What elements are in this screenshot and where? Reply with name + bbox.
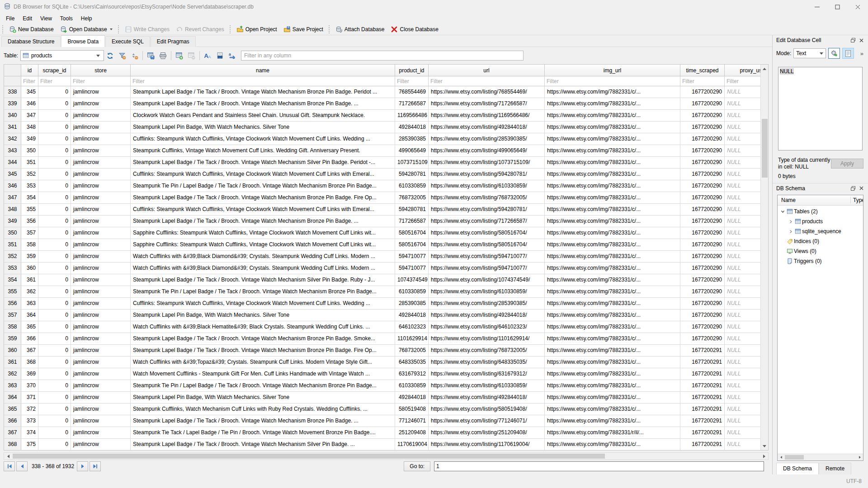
- cell-proxy_used[interactable]: NULL: [725, 263, 761, 274]
- cell-scrape_id[interactable]: 0: [38, 357, 71, 368]
- row-number[interactable]: 356: [4, 298, 21, 309]
- row-number[interactable]: 360: [4, 345, 21, 356]
- cell-img_url[interactable]: https://www.etsy.com/img/7882331/c/...: [545, 415, 680, 427]
- cell-proxy_used[interactable]: NULL: [725, 286, 761, 297]
- global-filter-input[interactable]: [241, 51, 524, 61]
- cell-scrape_id[interactable]: 0: [38, 204, 71, 215]
- tab-execute-sql[interactable]: Execute SQL: [105, 36, 150, 47]
- cell-store[interactable]: jamlincrow: [71, 321, 131, 333]
- cell-proxy_used[interactable]: NULL: [725, 204, 761, 215]
- scroll-down-arrow[interactable]: [761, 442, 768, 450]
- cell-scrape_id[interactable]: 0: [38, 380, 71, 391]
- cell-store[interactable]: jamlincrow: [71, 415, 131, 427]
- cell-scrape_id[interactable]: 0: [38, 216, 71, 227]
- cell-name[interactable]: Steampunk Tie Pin / Lapel Badge / Tie Ta…: [131, 380, 395, 391]
- cell-time_scraped[interactable]: 1677200290: [680, 86, 725, 98]
- cell-product_id[interactable]: 631679312: [395, 368, 429, 380]
- cell-proxy_used[interactable]: NULL: [725, 427, 761, 438]
- cell-name[interactable]: Steampunk Lapel Badge / Tie Tack / Brooc…: [131, 345, 395, 356]
- cell-scrape_id[interactable]: 0: [38, 180, 71, 192]
- cell-store[interactable]: jamlincrow: [71, 286, 131, 297]
- cell-url[interactable]: https://www.etsy.com/listing/610330859/: [429, 380, 545, 391]
- cell-scrape_id[interactable]: 0: [38, 133, 71, 145]
- cell-time_scraped[interactable]: 1677200290: [680, 216, 725, 227]
- cell-img_url[interactable]: https://www.etsy.com/img/7882331/r/il/..…: [545, 427, 680, 438]
- cell-time_scraped[interactable]: 1677200291: [680, 345, 725, 356]
- cell-proxy_used[interactable]: NULL: [725, 110, 761, 121]
- row-number[interactable]: 341: [4, 122, 21, 133]
- cell-name[interactable]: Cufflinks: Steampunk Watch Cufflinks, Vi…: [131, 169, 395, 180]
- close-database-button[interactable]: Close Database: [387, 24, 441, 34]
- row-number[interactable]: 367: [4, 427, 21, 438]
- cell-time_scraped[interactable]: 1677200290: [680, 227, 725, 239]
- cell-scrape_id[interactable]: 0: [38, 274, 71, 286]
- cell-store[interactable]: jamlincrow: [71, 98, 131, 109]
- cell-url[interactable]: https://www.etsy.com/listing/768732005/: [429, 192, 545, 203]
- cell-scrape_id[interactable]: 0: [38, 427, 71, 438]
- cell-product_id[interactable]: 594710077: [395, 263, 429, 274]
- cell-scrape_id[interactable]: 0: [38, 239, 71, 250]
- float-panel-button[interactable]: [849, 37, 857, 44]
- cell-time_scraped[interactable]: 1677200290: [680, 310, 725, 321]
- cell-name[interactable]: Sapphire Cufflinks: Steampunk Watch Cuff…: [131, 227, 395, 239]
- cell-id[interactable]: 370: [21, 380, 38, 391]
- cell-time_scraped[interactable]: 1677200290: [680, 274, 725, 286]
- cell-store[interactable]: jamlincrow: [71, 239, 131, 250]
- column-header-url[interactable]: url: [429, 65, 545, 76]
- cell-img_url[interactable]: https://www.etsy.com/img/7882331/c/...: [545, 380, 680, 391]
- cell-store[interactable]: jamlincrow: [71, 274, 131, 286]
- cell-proxy_used[interactable]: NULL: [725, 251, 761, 262]
- cell-product_id[interactable]: 594280781: [395, 169, 429, 180]
- cell-name[interactable]: Steampunk Lapel Badge / Tie Tack / Brooc…: [131, 274, 395, 286]
- cell-time_scraped[interactable]: 1677200291: [680, 357, 725, 368]
- row-number[interactable]: 355: [4, 286, 21, 297]
- cell-id[interactable]: 362: [21, 286, 38, 297]
- cell-img_url[interactable]: https://www.etsy.com/img/7882331/c/...: [545, 404, 680, 415]
- cell-url[interactable]: https://www.etsy.com/listing/768554469/: [429, 86, 545, 98]
- schema-node-tables-2[interactable]: Tables (2): [778, 206, 863, 216]
- cell-img_url[interactable]: https://www.etsy.com/img/7882331/c/...: [545, 169, 680, 180]
- text-document-button[interactable]: [842, 48, 854, 59]
- cell-id[interactable]: 356: [21, 216, 38, 227]
- cell-url[interactable]: https://www.etsy.com/listing/594280781/: [429, 169, 545, 180]
- cell-name[interactable]: Steampunk Lapel Badge / Tie Tack / Brooc…: [131, 439, 395, 450]
- cell-proxy_used[interactable]: NULL: [725, 392, 761, 403]
- goto-input[interactable]: [434, 461, 764, 471]
- cell-url[interactable]: https://www.etsy.com/listing/1101629914/: [429, 333, 545, 344]
- cell-proxy_used[interactable]: NULL: [725, 333, 761, 344]
- cell-store[interactable]: jamlincrow: [71, 404, 131, 415]
- attach-database-button[interactable]: Attach Database: [332, 24, 388, 34]
- column-header-store[interactable]: store: [71, 65, 131, 76]
- expand-arrow-icon[interactable]: [788, 230, 794, 234]
- cell-id[interactable]: 369: [21, 368, 38, 380]
- tab-browse-data[interactable]: Browse Data: [61, 35, 105, 47]
- cell-time_scraped[interactable]: 1677200290: [680, 239, 725, 250]
- cell-url[interactable]: https://www.etsy.com/listing/492844018/: [429, 122, 545, 133]
- cell-name[interactable]: Steampunk Lapel Pin Badge, With Watch Me…: [131, 310, 395, 321]
- cell-url[interactable]: https://www.etsy.com/listing/594280781/: [429, 204, 545, 215]
- cell-name[interactable]: Steampunk Tie Pin / Lapel Badge / Tie Ta…: [131, 286, 395, 297]
- cell-img_url[interactable]: https://www.etsy.com/img/7882331/c/...: [545, 345, 680, 356]
- cell-proxy_used[interactable]: NULL: [725, 145, 761, 156]
- overflow-chevron[interactable]: »: [860, 50, 864, 57]
- clear-filters-button[interactable]: [116, 50, 128, 61]
- cell-product_id[interactable]: 285390385: [395, 133, 429, 145]
- cell-store[interactable]: jamlincrow: [71, 310, 131, 321]
- cell-url[interactable]: https://www.etsy.com/listing/580516704/: [429, 227, 545, 239]
- cell-proxy_used[interactable]: NULL: [725, 321, 761, 333]
- cell-id[interactable]: 373: [21, 415, 38, 427]
- cell-scrape_id[interactable]: 0: [38, 310, 71, 321]
- cell-product_id[interactable]: 580516704: [395, 227, 429, 239]
- cell-img_url[interactable]: https://www.etsy.com/img/7882331/c/...: [545, 133, 680, 145]
- cell-url[interactable]: https://www.etsy.com/listing/610330859/: [429, 286, 545, 297]
- menu-tools[interactable]: Tools: [56, 14, 77, 23]
- column-header-product_id[interactable]: product_id: [395, 65, 429, 76]
- cell-name[interactable]: Steampunk Lapel Badge / Tie Tack / Brooc…: [131, 157, 395, 168]
- schema-column-type[interactable]: Type: [850, 197, 863, 203]
- cell-name[interactable]: Steampunk Tie Pin / Lapel Badge / Tie Ta…: [131, 180, 395, 192]
- cell-proxy_used[interactable]: NULL: [725, 157, 761, 168]
- save-project-button[interactable]: Save Project: [280, 24, 326, 34]
- cell-id[interactable]: 359: [21, 251, 38, 262]
- schema-node-views-0[interactable]: Views (0): [778, 246, 863, 256]
- column-header-img_url[interactable]: img_url: [545, 65, 680, 76]
